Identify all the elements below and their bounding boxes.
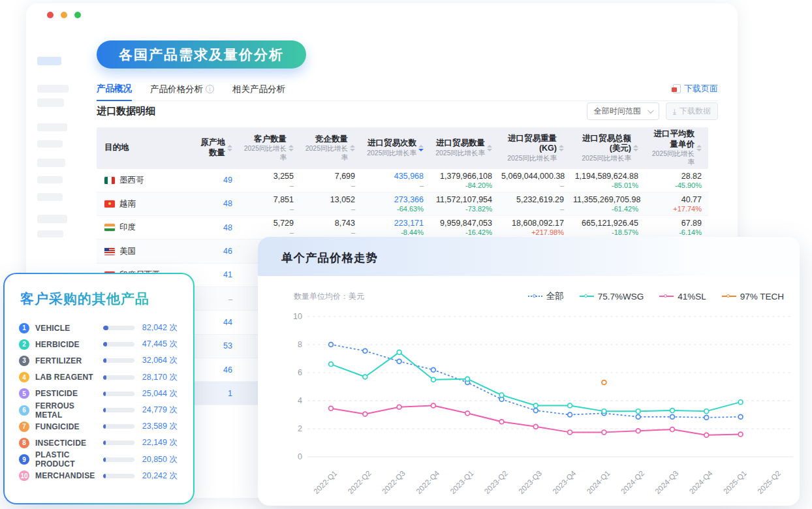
list-item[interactable]: 1VEHICLE82,042 次 bbox=[19, 320, 178, 336]
table-row[interactable]: 越南487,851–13,052–273,366-64.63%11,572,10… bbox=[97, 193, 708, 216]
close-window-icon[interactable] bbox=[47, 12, 54, 18]
data-point[interactable] bbox=[499, 420, 504, 424]
data-point[interactable] bbox=[363, 375, 367, 379]
list-item[interactable]: 3FERTILIZER32,064 次 bbox=[19, 352, 178, 369]
data-point[interactable] bbox=[465, 377, 470, 381]
sort-carets-icon[interactable] bbox=[350, 145, 355, 151]
legend-item[interactable]: 97% TECH bbox=[722, 292, 784, 301]
sort-carets-icon[interactable] bbox=[227, 145, 232, 151]
data-point[interactable] bbox=[568, 430, 572, 435]
sort-asc-icon[interactable] bbox=[487, 145, 492, 147]
origin-count-value[interactable]: 46 bbox=[184, 247, 232, 256]
sort-asc-icon[interactable] bbox=[696, 145, 702, 147]
data-point[interactable] bbox=[670, 427, 675, 432]
list-item[interactable]: 4LAB REAGENT28,170 次 bbox=[19, 369, 178, 386]
sort-asc-icon[interactable] bbox=[418, 145, 424, 147]
list-item[interactable]: 6FERROUS METAL24,779 次 bbox=[19, 402, 178, 418]
data-point[interactable] bbox=[636, 414, 640, 419]
metric-value[interactable]: 435,968 bbox=[364, 172, 424, 181]
sort-desc-icon[interactable] bbox=[227, 149, 232, 151]
data-point[interactable] bbox=[602, 430, 606, 435]
data-point[interactable] bbox=[670, 414, 675, 419]
data-point[interactable] bbox=[568, 403, 572, 408]
origin-count-value[interactable]: 49 bbox=[184, 176, 232, 185]
time-range-select[interactable]: 全部时间范围 bbox=[587, 102, 659, 120]
sidebar-skeleton-item[interactable] bbox=[37, 99, 64, 107]
column-header[interactable]: 竞企数量2025同比增长率 bbox=[300, 132, 362, 164]
metric-value[interactable]: 223,171 bbox=[364, 219, 424, 228]
sort-carets-icon[interactable] bbox=[696, 145, 702, 151]
data-point[interactable] bbox=[738, 432, 743, 437]
data-point[interactable] bbox=[738, 400, 743, 405]
table-row[interactable]: 印度485,729–8,743–223,171-8.44%9,959,847,0… bbox=[97, 216, 708, 239]
sidebar-skeleton-item[interactable] bbox=[37, 140, 63, 147]
sidebar-skeleton-item[interactable] bbox=[37, 230, 63, 238]
data-point[interactable] bbox=[397, 405, 401, 409]
data-point[interactable] bbox=[431, 377, 436, 382]
sort-desc-icon[interactable] bbox=[289, 149, 294, 151]
list-item[interactable]: 8INSECTICIDE22,149 次 bbox=[19, 435, 178, 451]
data-point[interactable] bbox=[363, 348, 367, 353]
download-data-button[interactable]: ⤓ 下载数据 bbox=[666, 102, 718, 120]
list-item[interactable]: 10MERCHANDISE20,242 次 bbox=[19, 468, 178, 484]
sidebar-skeleton-item[interactable] bbox=[37, 85, 69, 93]
data-point[interactable] bbox=[636, 409, 640, 414]
data-point[interactable] bbox=[397, 350, 401, 354]
list-item[interactable]: 7FUNGICIDE23,589 次 bbox=[19, 418, 178, 435]
sort-desc-icon[interactable] bbox=[487, 149, 492, 151]
sort-desc-icon[interactable] bbox=[559, 149, 564, 151]
column-header[interactable]: 进口平均数量单价2025同比增长率 bbox=[645, 127, 708, 169]
sort-carets-icon[interactable] bbox=[559, 145, 564, 151]
table-row[interactable]: 墨西哥493,255–7,699–435,968–1,379,966,108-8… bbox=[97, 169, 708, 193]
data-point[interactable] bbox=[568, 412, 572, 417]
data-point[interactable] bbox=[704, 415, 709, 420]
data-point[interactable] bbox=[704, 433, 709, 437]
data-point[interactable] bbox=[329, 406, 334, 410]
data-point[interactable] bbox=[431, 367, 436, 372]
data-point[interactable] bbox=[738, 414, 743, 419]
list-item[interactable]: 9PLASTIC PRODUCT20,850 次 bbox=[19, 452, 178, 468]
sort-asc-icon[interactable] bbox=[350, 145, 355, 147]
legend-item[interactable]: 75.7%WSG bbox=[580, 292, 644, 301]
origin-count-value[interactable]: 48 bbox=[184, 199, 232, 208]
sidebar-skeleton-item[interactable] bbox=[37, 123, 67, 131]
sort-desc-icon[interactable] bbox=[418, 149, 424, 151]
sort-desc-icon[interactable] bbox=[696, 149, 702, 151]
sort-asc-icon[interactable] bbox=[633, 145, 638, 147]
data-point[interactable] bbox=[329, 343, 334, 347]
data-point[interactable] bbox=[465, 411, 470, 416]
legend-item[interactable]: 41%SL bbox=[659, 292, 706, 301]
metric-value[interactable]: 273,366 bbox=[364, 195, 424, 204]
sort-asc-icon[interactable] bbox=[559, 145, 564, 147]
sidebar-skeleton-item[interactable] bbox=[37, 176, 63, 183]
data-point[interactable] bbox=[704, 409, 709, 414]
sort-carets-icon[interactable] bbox=[487, 145, 492, 151]
list-item[interactable]: 2HERBICIDE47,445 次 bbox=[19, 336, 178, 352]
sort-carets-icon[interactable] bbox=[289, 145, 294, 151]
sort-asc-icon[interactable] bbox=[227, 145, 232, 147]
column-header[interactable]: 客户数量2025同比增长率 bbox=[239, 132, 300, 164]
sidebar-skeleton-item[interactable] bbox=[37, 215, 67, 223]
tab-related-products[interactable]: 相关产品分析 bbox=[232, 84, 285, 100]
data-point[interactable] bbox=[397, 359, 401, 363]
column-header[interactable]: 进口贸易次数2025同比增长率 bbox=[362, 136, 430, 159]
tab-product-overview[interactable]: 产品概况 bbox=[97, 83, 132, 101]
column-header[interactable]: 原产地数量 bbox=[181, 136, 239, 160]
data-point[interactable] bbox=[533, 424, 538, 429]
sidebar-skeleton-item[interactable] bbox=[37, 57, 61, 65]
column-header[interactable]: 进口贸易数量2025同比增长率 bbox=[430, 136, 499, 159]
sidebar-skeleton-item[interactable] bbox=[37, 159, 65, 167]
minimize-window-icon[interactable] bbox=[61, 12, 67, 18]
sort-desc-icon[interactable] bbox=[350, 149, 355, 151]
data-point[interactable] bbox=[636, 429, 640, 433]
download-page-button[interactable]: 下载页面 bbox=[673, 83, 718, 95]
tab-price-analysis[interactable]: 产品价格分析i bbox=[150, 84, 214, 100]
data-point[interactable] bbox=[602, 380, 606, 385]
sort-desc-icon[interactable] bbox=[633, 149, 638, 151]
data-point[interactable] bbox=[329, 362, 334, 367]
data-point[interactable] bbox=[533, 403, 538, 408]
list-item[interactable]: 5PESTICIDE25,044 次 bbox=[19, 386, 178, 402]
data-point[interactable] bbox=[602, 409, 606, 414]
maximize-window-icon[interactable] bbox=[74, 12, 81, 18]
data-point[interactable] bbox=[499, 393, 504, 397]
